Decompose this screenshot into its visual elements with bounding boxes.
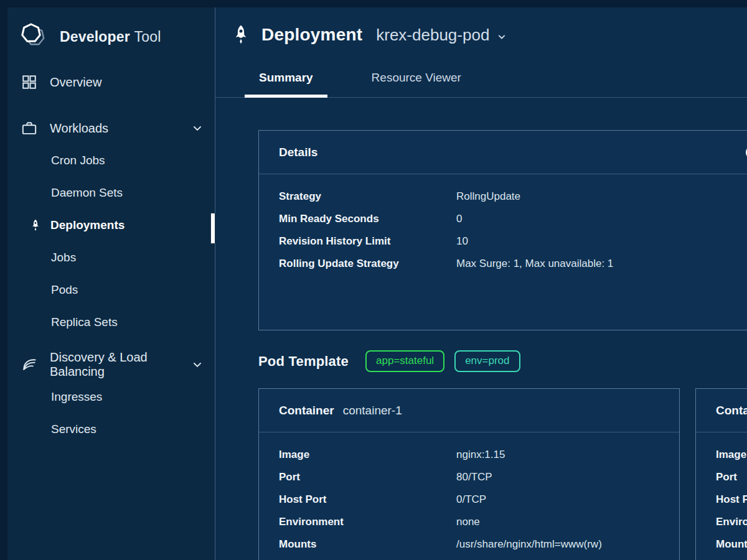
detail-row: Image (716, 444, 747, 466)
detail-row: Environment none (279, 511, 659, 533)
sidebar: Developer Tool Overview (7, 7, 215, 560)
detail-row: Min Ready Seconds 0 (279, 208, 747, 230)
container-card-title: Container (716, 404, 747, 418)
resource-name: krex-debug-pod (376, 26, 489, 45)
sidebar-item-ingresses[interactable]: Ingresses (7, 381, 215, 413)
detail-label: Strategy (279, 190, 456, 203)
detail-label: Revision History Limit (279, 235, 456, 248)
detail-row: Image nginx:1.15 (279, 444, 659, 466)
detail-row: Mounts (716, 533, 747, 556)
detail-row: Revision History Limit 10 (279, 230, 747, 253)
detail-label: Rolling Update Strategy (279, 258, 456, 270)
sub-item-label: Replica Sets (51, 315, 118, 329)
sub-item-label: Services (51, 422, 96, 436)
detail-row: Rolling Update Strategy Max Surge: 1, Ma… (279, 253, 747, 275)
chevron-down-icon (191, 358, 204, 371)
sidebar-item-jobs[interactable]: Jobs (7, 241, 215, 274)
detail-value: /usr/share/nginx/html=www(rw) (456, 538, 602, 551)
container-card-2: Container Image Port Host Po (695, 388, 747, 560)
brand: Developer Tool (7, 7, 215, 51)
detail-row: Strategy RollngUpdate (279, 185, 747, 208)
brand-logo-icon (20, 22, 46, 51)
sidebar-item-label: Workloads (50, 121, 108, 136)
container-card-header: Container container-1 (259, 389, 679, 432)
detail-label: Min Ready Seconds (279, 213, 456, 225)
detail-label: Port (279, 471, 456, 483)
rocket-icon (232, 22, 251, 47)
detail-value: 10 (456, 235, 468, 248)
details-card-title: Details (279, 146, 317, 159)
detail-row: Environment (716, 511, 747, 533)
sidebar-item-workloads[interactable]: Workloads (7, 112, 215, 144)
detail-label: Host Port (716, 493, 747, 506)
network-fan-icon (21, 357, 37, 373)
main-panel: Deployment krex-debug-pod Summary Resour… (215, 7, 747, 560)
brand-regular: Tool (134, 29, 161, 45)
container-card-title: Container (279, 404, 334, 418)
label-badge-env-prod: env=prod (454, 350, 520, 372)
sidebar-item-label: Overview (50, 75, 101, 90)
brand-name: Developer Tool (60, 29, 161, 45)
detail-label: Mounts (279, 538, 456, 551)
detail-row: Host Port (716, 488, 747, 511)
tab-resource-viewer[interactable]: Resource Viewer (357, 67, 476, 97)
sidebar-item-deployments[interactable]: Deployments (7, 209, 215, 241)
content-area: Details Strategy RollngUpdate Min Ready … (215, 98, 747, 560)
details-card-header: Details (259, 131, 747, 174)
chevron-down-icon (191, 122, 204, 134)
detail-value: nginx:1.15 (456, 449, 505, 461)
sub-item-label: Deployments (50, 218, 125, 232)
sidebar-item-pods[interactable]: Pods (7, 274, 215, 306)
sub-item-label: Daemon Sets (51, 186, 123, 200)
detail-value: 80/TCP (456, 471, 492, 483)
container-name: container-1 (343, 404, 402, 418)
details-card-body: Strategy RollngUpdate Min Ready Seconds … (259, 174, 747, 275)
sidebar-scrollbar-thumb[interactable] (210, 213, 215, 244)
container-card-body: Image nginx:1.15 Port 80/TCP Host Port 0… (259, 432, 679, 556)
container-card-body: Image Port Host Port Environment (696, 432, 747, 556)
sub-item-label: Pods (51, 283, 78, 297)
detail-label: Port (716, 471, 747, 483)
detail-value: Max Surge: 1, Max unavailable: 1 (456, 258, 613, 270)
tab-summary[interactable]: Summary (245, 67, 327, 97)
page-header: Deployment krex-debug-pod (215, 7, 747, 47)
detail-label: Environment (716, 516, 747, 528)
container-cards-row: Container container-1 Image nginx:1.15 P… (258, 388, 747, 560)
pod-template-title: Pod Template (258, 353, 349, 370)
detail-row: Mounts /usr/share/nginx/html=www(rw) (279, 533, 659, 556)
sidebar-item-discovery-load-balancing[interactable]: Discovery & Load Balancing (7, 348, 215, 381)
container-card-1: Container container-1 Image nginx:1.15 P… (258, 388, 680, 560)
sidebar-item-daemon-sets[interactable]: Daemon Sets (7, 177, 215, 209)
detail-label: Mounts (716, 538, 747, 551)
detail-value: none (456, 516, 480, 528)
page-title: Deployment (261, 25, 362, 45)
app-window: Developer Tool Overview (7, 7, 747, 560)
sidebar-item-services[interactable]: Services (7, 413, 215, 446)
detail-label: Environment (279, 516, 456, 528)
label-badge-app-stateful: app=stateful (365, 350, 444, 372)
detail-label: Host Port (279, 493, 456, 506)
detail-label: Image (279, 449, 456, 461)
sidebar-item-replica-sets[interactable]: Replica Sets (7, 306, 215, 338)
sub-item-label: Ingresses (51, 390, 102, 404)
brand-bold: Developer (60, 29, 130, 45)
tab-bar: Summary Resource Viewer (215, 67, 747, 98)
detail-value: 0 (456, 213, 462, 225)
detail-row: Host Port 0/TCP (279, 488, 659, 511)
sidebar-item-overview[interactable]: Overview (7, 66, 215, 98)
detail-value: 0/TCP (456, 493, 486, 506)
sub-item-label: Jobs (51, 251, 76, 264)
grid-icon (21, 74, 37, 90)
detail-value: RollngUpdate (456, 190, 520, 203)
pod-template-section: Pod Template app=stateful env=prod (258, 350, 747, 372)
detail-row: Port (716, 466, 747, 488)
container-card-header: Container (696, 389, 747, 432)
sidebar-nav: Overview Workloads Cron Jobs Daemon S (7, 66, 215, 446)
rocket-icon (30, 218, 41, 232)
detail-row: Port 80/TCP (279, 466, 659, 488)
briefcase-icon (21, 120, 37, 136)
sidebar-item-label: Discovery & Load Balancing (50, 350, 191, 379)
resource-dropdown-chevron-icon[interactable] (496, 30, 508, 43)
sidebar-item-cron-jobs[interactable]: Cron Jobs (7, 144, 215, 177)
sub-item-label: Cron Jobs (51, 154, 105, 167)
